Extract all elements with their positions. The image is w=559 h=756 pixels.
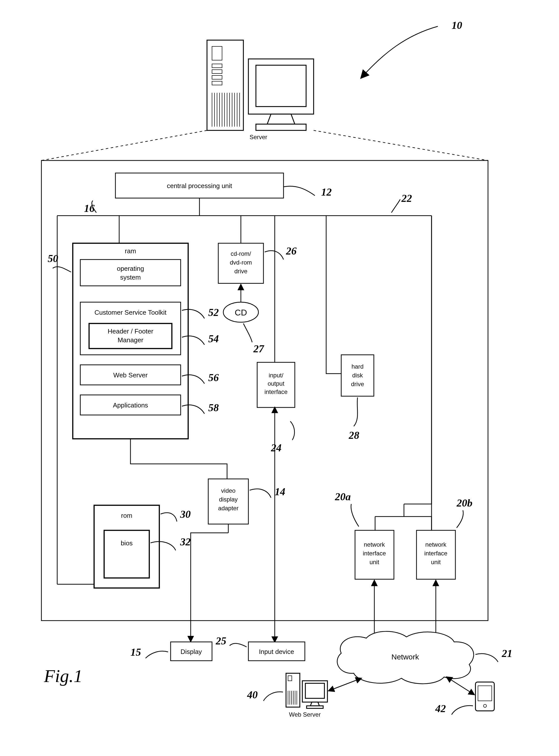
svg-rect-30 <box>305 683 325 698</box>
lead-42 <box>452 706 473 715</box>
network-label: Network <box>392 653 419 661</box>
ref-16: 16 <box>84 203 95 214</box>
ref-56: 56 <box>208 372 219 383</box>
network-to-pda <box>447 677 474 694</box>
input-device-label: Input device <box>259 648 294 656</box>
ref-24: 24 <box>271 442 282 454</box>
cd3: drive <box>234 268 247 275</box>
ref-32: 32 <box>180 536 191 548</box>
projection-right <box>314 131 488 161</box>
web-server-caption: Web Server <box>289 711 321 718</box>
vda1: video <box>221 487 236 494</box>
ref-21: 21 <box>501 648 512 659</box>
hfm-label2: Manager <box>118 336 143 344</box>
niu-b1: network <box>425 541 447 548</box>
rom-label: rom <box>121 512 132 519</box>
cpu-label: central processing unit <box>167 182 232 190</box>
figure-label: Fig.1 <box>44 666 83 686</box>
ref-58: 58 <box>208 402 219 414</box>
lead-21 <box>475 654 498 662</box>
os-label1: operating <box>117 265 144 272</box>
hdd2: disk <box>352 372 363 379</box>
ref-20b: 20b <box>456 497 472 509</box>
niu-a1: network <box>364 541 385 548</box>
ref-30: 30 <box>180 509 191 520</box>
server-caption: Server <box>250 134 267 140</box>
server-icon <box>207 40 314 131</box>
web-server-icon <box>286 673 328 708</box>
vda3: adapter <box>218 505 238 512</box>
hdd1: hard <box>352 363 363 370</box>
svg-rect-31 <box>307 706 323 708</box>
ref-28: 28 <box>349 429 359 441</box>
webserver-to-network <box>329 678 361 691</box>
hfm-label1: Header / Footer <box>108 328 153 335</box>
niu-b3: unit <box>431 559 441 565</box>
ref-50: 50 <box>48 253 58 264</box>
ref-12: 12 <box>321 186 332 198</box>
niu-a2: interface <box>363 550 386 557</box>
niu-b2: interface <box>424 550 447 557</box>
lead-40 <box>264 692 283 701</box>
hdd3: drive <box>351 381 364 387</box>
svg-rect-32 <box>475 682 494 711</box>
ref-10: 10 <box>452 20 462 31</box>
os-block <box>80 260 181 286</box>
ref-42: 42 <box>435 703 446 714</box>
os-label2: system <box>120 274 141 281</box>
ref-25: 25 <box>216 635 226 647</box>
display-label: Display <box>180 648 202 656</box>
ws-label: Web Server <box>113 371 148 379</box>
lead-15 <box>146 651 168 658</box>
lead-25 <box>229 643 247 647</box>
ref-14: 14 <box>275 486 285 497</box>
ref-22: 22 <box>401 193 412 204</box>
io2: output <box>268 380 285 387</box>
ref-52: 52 <box>208 307 219 318</box>
cd2: dvd-rom <box>230 259 252 266</box>
apps-label: Applications <box>113 401 148 409</box>
hfm-block <box>89 324 172 349</box>
niu-a3: unit <box>370 559 379 565</box>
ref-26: 26 <box>286 245 296 257</box>
diagram: Server 10 central processing unit 12 16 … <box>0 0 559 756</box>
ref-40: 40 <box>247 689 258 701</box>
bios-block <box>104 530 149 578</box>
bios-label: bios <box>121 539 133 547</box>
vda2: display <box>219 496 238 503</box>
svg-rect-19 <box>256 65 306 107</box>
io3: interface <box>265 388 288 395</box>
projection-left <box>41 131 207 161</box>
ref-54: 54 <box>208 333 219 345</box>
pda-icon <box>475 682 494 711</box>
lead-10 <box>361 26 438 78</box>
io1: input/ <box>269 372 284 379</box>
cd-disc-label: CD <box>234 308 247 317</box>
ref-20a: 20a <box>335 491 351 502</box>
ref-27: 27 <box>253 343 265 355</box>
cd1: cd-rom/ <box>230 250 251 257</box>
ref-15: 15 <box>131 646 141 658</box>
ram-label: ram <box>125 247 136 255</box>
svg-rect-20 <box>256 124 306 131</box>
cst-label: Customer Service Toolkit <box>94 309 166 316</box>
